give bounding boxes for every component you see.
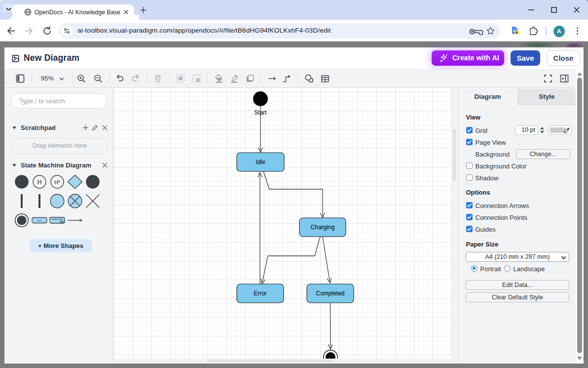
password-key-icon[interactable]	[469, 27, 484, 37]
background-color-checkbox[interactable]	[466, 163, 473, 169]
create-with-ai-button[interactable]: Create with AI	[432, 50, 504, 66]
node-start-circle[interactable]	[253, 91, 268, 106]
spinner-up-icon[interactable]	[540, 127, 544, 129]
shape-transition[interactable]	[66, 210, 84, 230]
back-icon[interactable]	[6, 26, 16, 36]
scrollbar-up-icon[interactable]	[577, 72, 582, 76]
toggle-sidebar-icon[interactable]	[16, 74, 25, 83]
browser-tab[interactable]: OpenDocs - AI Knowledge Base	[12, 4, 134, 20]
new-tab-button[interactable]	[140, 6, 147, 14]
grid-checkbox[interactable]	[466, 127, 473, 133]
insert-table-icon[interactable]	[321, 74, 330, 83]
spinner-down-icon[interactable]	[540, 131, 544, 133]
zoom-out-icon[interactable]	[94, 74, 103, 83]
shape-shallow-history[interactable]: H	[31, 172, 48, 191]
canvas-vertical-scrollbar[interactable]	[452, 88, 457, 359]
bookmark-star-icon[interactable]	[486, 26, 495, 36]
connection-arrows-checkbox[interactable]	[466, 202, 473, 208]
extension-doc-icon[interactable]	[511, 26, 520, 36]
background-change-button[interactable]: Change...	[516, 149, 570, 159]
shape-empty	[84, 210, 102, 230]
undo-icon[interactable]	[115, 74, 124, 83]
page-view-checkbox[interactable]	[466, 139, 473, 145]
connection-points-label: Connection Points	[476, 214, 528, 221]
node-idle-label: Idle	[256, 159, 265, 165]
diagram-canvas[interactable]: Start Idle Charging Error Completed	[114, 88, 457, 364]
arrow-tool-icon[interactable]	[268, 74, 277, 83]
close-button[interactable]: Close	[547, 50, 580, 66]
tab-diagram[interactable]: Diagram	[458, 88, 517, 105]
redo-icon[interactable]	[131, 74, 140, 83]
shape-state[interactable]: State	[31, 210, 48, 230]
scratchpad-header[interactable]: Scratchpad	[12, 123, 105, 132]
scrollbar-down-icon[interactable]	[577, 357, 582, 360]
shape-final-state[interactable]	[13, 210, 31, 230]
guides-label: Guides	[476, 226, 496, 233]
shape-section-header[interactable]: State Machine Diagram	[12, 161, 105, 170]
fill-color-icon[interactable]	[215, 74, 223, 83]
window-minimize-icon[interactable]	[528, 6, 535, 13]
edit-data-button[interactable]: Edit Data...	[466, 280, 569, 290]
delete-icon[interactable]	[153, 74, 162, 83]
toggle-format-panel-icon[interactable]	[560, 74, 569, 83]
canvas-hscroll-thumb[interactable]	[207, 360, 333, 362]
portrait-radio[interactable]	[471, 265, 478, 272]
line-color-icon[interactable]	[230, 74, 239, 83]
connection-points-checkbox[interactable]	[466, 214, 473, 220]
scrollbar-thumb[interactable]	[577, 78, 582, 353]
shadow-icon[interactable]	[246, 74, 255, 83]
app-scrollbar[interactable]	[576, 70, 584, 364]
scratchpad-close-icon[interactable]	[102, 124, 108, 131]
to-back-icon[interactable]	[192, 74, 201, 83]
browser-menu-icon[interactable]	[573, 26, 582, 36]
shadow-checkbox[interactable]	[466, 174, 473, 181]
address-bar[interactable]: ai-toolbox.visual-paradigm.com/app/opend…	[59, 23, 500, 39]
paper-size-select[interactable]: A4 (210 mm x 297 mm)	[466, 252, 569, 262]
globe-favicon-icon	[24, 8, 32, 16]
canvas-horizontal-scrollbar[interactable]	[114, 359, 457, 364]
shape-fork-bar[interactable]	[13, 191, 31, 210]
shape-submachine-state[interactable]	[48, 210, 66, 230]
shape-join-bar[interactable]	[31, 191, 48, 210]
shapes-sidebar: Type / to search Scratchpad	[4, 88, 113, 364]
window-maximize-icon[interactable]	[551, 6, 557, 13]
shape-palette-row: State	[13, 210, 107, 230]
save-button[interactable]: Save	[511, 50, 540, 66]
shape-choice[interactable]	[66, 172, 84, 191]
profile-avatar[interactable]: A	[553, 26, 565, 37]
reload-icon[interactable]	[42, 26, 52, 36]
site-info-button[interactable]	[61, 25, 73, 37]
shape-search-input[interactable]: Type / to search	[11, 93, 107, 109]
fullscreen-icon[interactable]	[544, 74, 552, 83]
grid-size-spinner[interactable]	[540, 125, 545, 135]
shape-junction[interactable]	[48, 191, 66, 210]
forward-icon[interactable]	[24, 26, 34, 36]
tab-style[interactable]: Style	[517, 88, 576, 105]
section-close-icon[interactable]	[102, 162, 108, 168]
to-front-icon[interactable]	[176, 74, 185, 83]
shape-deep-history[interactable]: H*	[48, 172, 66, 191]
scratchpad-dropzone[interactable]: Drag elements here	[12, 138, 107, 154]
shape-cross[interactable]	[84, 191, 102, 210]
grid-size-input[interactable]: 10 pt	[515, 125, 538, 135]
zoom-in-icon[interactable]	[77, 74, 86, 83]
connector-tool-icon[interactable]	[282, 74, 291, 83]
insert-shape-icon[interactable]	[305, 74, 314, 83]
grid-color-button[interactable]	[548, 125, 572, 135]
scratchpad-add-icon[interactable]	[82, 124, 89, 131]
clear-default-style-button[interactable]: Clear Default Style	[466, 292, 569, 302]
url-text[interactable]: ai-toolbox.visual-paradigm.com/app/opend…	[77, 27, 331, 34]
browser-tabstrip: OpenDocs - AI Knowledge Base	[0, 0, 588, 20]
landscape-radio[interactable]	[504, 265, 511, 272]
more-shapes-button[interactable]: + More Shapes	[30, 239, 92, 252]
shape-terminate[interactable]	[66, 191, 84, 210]
shape-initial-state[interactable]	[13, 172, 31, 191]
tab-close-icon[interactable]	[122, 8, 130, 16]
scratchpad-edit-icon[interactable]	[92, 124, 98, 131]
extensions-puzzle-icon[interactable]	[528, 26, 538, 36]
guides-checkbox[interactable]	[466, 226, 473, 232]
zoom-dropdown[interactable]: 95%	[37, 74, 68, 83]
shape-initial-state-2[interactable]	[84, 172, 102, 191]
canvas-vscroll-thumb[interactable]	[453, 129, 456, 181]
window-close-icon[interactable]	[573, 6, 580, 13]
